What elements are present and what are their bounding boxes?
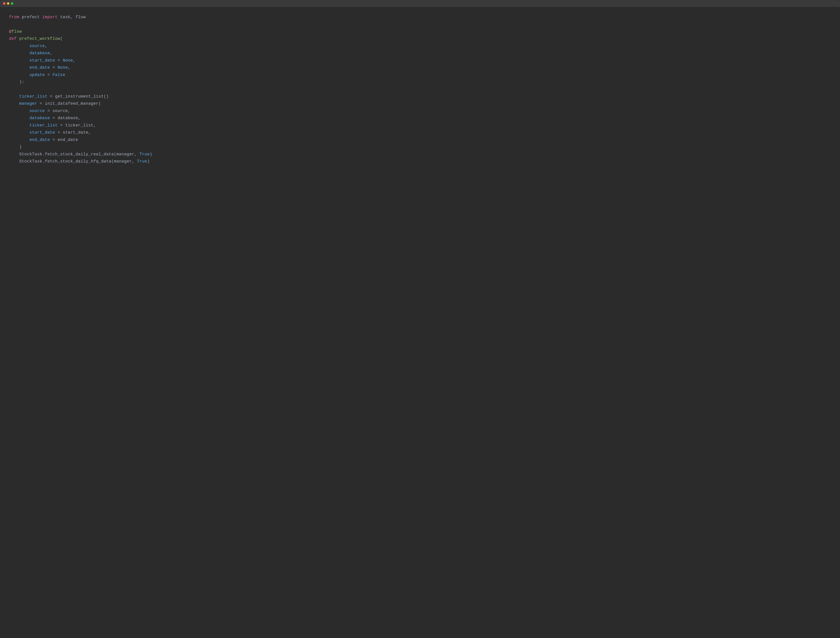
plain-text: = (45, 73, 52, 77)
indent (9, 51, 30, 55)
param-update: update (30, 73, 45, 77)
code-line-3: def prefect_workflow( (9, 35, 831, 43)
code-editor[interactable]: from prefect import task, flow @flow def… (0, 7, 840, 638)
plain-text: ) (9, 145, 22, 149)
plain-text: = init_datafeed_manager( (37, 101, 101, 106)
indent (9, 101, 19, 106)
plain-text: ) (147, 159, 150, 164)
keyword-from: from (9, 15, 19, 19)
indent (9, 130, 30, 135)
param-source: source (30, 44, 45, 48)
code-line-10: ticker_list = get_instrument_list() (9, 93, 831, 100)
method-call-1: StockTask.fetch_stock_daily_real_data(ma… (19, 152, 139, 157)
code-line-2: @flow (9, 28, 831, 35)
blank-line-2 (9, 86, 831, 93)
code-line-19: StockTask.fetch_stock_daily_hfq_data(man… (9, 158, 831, 165)
plain-text: = ticker_list, (58, 123, 96, 128)
code-line-17: ) (9, 144, 831, 151)
plain-text: = (55, 58, 63, 63)
editor-window: from prefect import task, flow @flow def… (0, 0, 840, 638)
code-line-18: StockTask.fetch_stock_daily_real_data(ma… (9, 151, 831, 158)
indent (9, 138, 30, 142)
var-manager: manager (19, 101, 37, 106)
code-line-8: update = False (9, 71, 831, 79)
indent (9, 123, 30, 128)
code-line-12: source = source, (9, 108, 831, 115)
plain-text (17, 36, 19, 41)
kwarg-start-date: start_date (30, 130, 55, 135)
code-line-15: start_date = start_date, (9, 129, 831, 136)
kwarg-end-date: end_date (30, 138, 50, 142)
keyword-true-1: True (139, 152, 150, 157)
title-bar (0, 0, 840, 7)
plain-text: = (50, 65, 58, 70)
decorator-at: @ (9, 29, 12, 34)
blank-line-1 (9, 21, 831, 28)
code-line-7: end_date = None, (9, 64, 831, 71)
plain-text: prefect (19, 15, 43, 19)
minimize-button[interactable] (7, 2, 9, 5)
kwarg-ticker-list: ticker_list (30, 123, 58, 128)
plain-text: ) (150, 152, 152, 157)
code-line-11: manager = init_datafeed_manager( (9, 100, 831, 108)
keyword-none-1: None (63, 58, 73, 63)
plain-text: , (50, 51, 52, 55)
plain-text: = source, (45, 109, 70, 113)
plain-text: , (68, 65, 71, 70)
kwarg-database: database (30, 116, 50, 120)
plain-text: task, flow (58, 15, 86, 19)
param-database: database (30, 51, 50, 55)
keyword-none-2: None (58, 65, 68, 70)
indent (9, 159, 19, 164)
param-start-date: start_date (30, 58, 55, 63)
code-line-13: database = database, (9, 115, 831, 122)
close-button[interactable] (3, 2, 5, 5)
plain-text: = get_instrument_list() (47, 94, 109, 99)
code-line-9: ): (9, 79, 831, 86)
maximize-button[interactable] (11, 2, 13, 5)
kwarg-source: source (30, 109, 45, 113)
plain-text: = database, (50, 116, 81, 120)
var-ticker-list: ticker_list (19, 94, 47, 99)
indent (9, 94, 19, 99)
keyword-import: import (42, 15, 58, 19)
plain-text: ( (60, 36, 63, 41)
plain-text: , (73, 58, 76, 63)
plain-text: = start_date, (55, 130, 91, 135)
code-line-6: start_date = None, (9, 57, 831, 64)
plain-text: ): (9, 80, 24, 84)
code-line-4: source, (9, 43, 831, 50)
indent (9, 58, 30, 63)
decorator-name: flow (12, 29, 22, 34)
keyword-false: False (52, 73, 65, 77)
param-end-date: end_date (30, 65, 50, 70)
plain-text: = end_date (50, 138, 78, 142)
plain-text: , (45, 44, 47, 48)
keyword-def: def (9, 36, 17, 41)
indent (9, 109, 30, 113)
code-line-1: from prefect import task, flow (9, 14, 831, 21)
indent (9, 44, 30, 48)
function-name: prefect_workflow (19, 36, 60, 41)
code-line-5: database, (9, 50, 831, 57)
code-line-14: ticker_list = ticker_list, (9, 122, 831, 129)
indent (9, 73, 30, 77)
keyword-true-2: True (137, 159, 147, 164)
indent (9, 65, 30, 70)
method-call-2: StockTask.fetch_stock_daily_hfq_data(man… (19, 159, 137, 164)
indent (9, 152, 19, 157)
indent (9, 116, 30, 120)
code-line-16: end_date = end_date (9, 136, 831, 144)
